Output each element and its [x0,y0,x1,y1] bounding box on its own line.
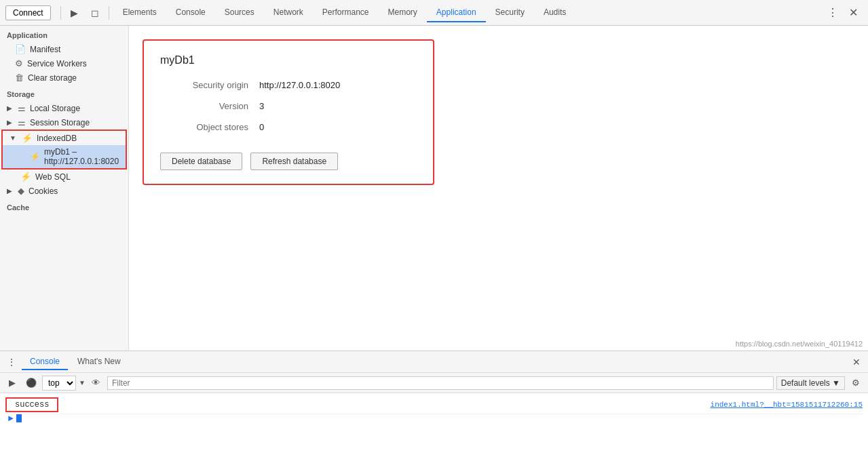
eye-icon[interactable]: 👁 [88,375,105,391]
version-value: 3 [259,101,264,111]
mydb1-icon: ⚡ [30,152,40,161]
scroll-area: myDb1 Security origin http://127.0.0.1:8… [129,26,868,351]
tab-bar: Elements Console Sources Network Perform… [113,3,822,22]
toolbar-separator [60,6,61,20]
delete-database-button[interactable]: Delete database [160,153,242,170]
object-stores-label: Object stores [160,122,248,132]
cursor-icon[interactable]: ▶ [65,3,84,22]
sidebar-item-service-workers[interactable]: ⚙ Service Workers [0,56,128,71]
websql-icon: ⚡ [20,172,31,182]
console-log-text: success [5,397,711,412]
console-log-row: success index1.html?__hbt=1581511712260:… [5,396,863,414]
context-dropdown-arrow[interactable]: ▼ [79,379,86,386]
indexeddb-label: IndexedDB [37,134,77,143]
local-storage-arrow-icon: ▶ [7,104,12,112]
tab-sources[interactable]: Sources [215,3,264,22]
manifest-label: Manifest [30,45,60,54]
object-stores-value: 0 [259,122,264,132]
sidebar-item-indexeddb[interactable]: ▼ ⚡ IndexedDB [3,131,126,145]
console-prompt-icon: ► [8,414,14,424]
console-menu-icon[interactable]: ⋮ [3,353,20,371]
sidebar-item-clear-storage[interactable]: 🗑 Clear storage [0,71,128,85]
main-content: myDb1 Security origin http://127.0.0.1:8… [129,26,868,351]
security-origin-value: http://127.0.0.1:8020 [259,80,340,90]
console-tab-bar: ⋮ Console What's New ✕ [0,351,868,373]
clear-storage-label: Clear storage [28,73,77,83]
db-info-panel: myDb1 Security origin http://127.0.0.1:8… [143,39,434,185]
clear-storage-icon: 🗑 [15,73,24,83]
version-row: Version 3 [160,101,417,111]
tab-overflow-icon[interactable]: ⋮ [823,3,842,22]
levels-select[interactable]: Default levels ▼ [776,376,845,390]
console-settings-icon[interactable]: ⚙ [848,375,864,391]
tab-network[interactable]: Network [264,3,313,22]
filter-input[interactable] [107,376,774,390]
sidebar-item-session-storage[interactable]: ▶ ⚌ Session Storage [0,115,128,129]
mydb1-label: myDb1 – http://127.0.0.1:8020 [44,147,120,166]
security-origin-row: Security origin http://127.0.0.1:8020 [160,80,417,90]
session-storage-label: Session Storage [30,118,90,127]
session-storage-arrow-icon: ▶ [7,119,12,126]
tab-audits[interactable]: Audits [534,3,575,22]
sidebar-item-websql[interactable]: ⚡ Web SQL [0,169,128,184]
success-text: success [15,400,49,410]
console-output: success index1.html?__hbt=1581511712260:… [0,393,868,459]
refresh-database-button[interactable]: Refresh database [250,153,338,170]
object-stores-row: Object stores 0 [160,122,417,132]
indexeddb-arrow-icon: ▼ [10,134,16,142]
console-tab-console[interactable]: Console [22,354,68,370]
tab-console[interactable]: Console [166,3,215,22]
service-workers-label: Service Workers [27,59,87,68]
local-storage-grid-icon: ⚌ [18,103,26,113]
devtools-close-button[interactable]: ✕ [844,3,863,22]
security-origin-label: Security origin [160,80,248,90]
console-toolbar: ▶ ⚫ top ▼ 👁 Default levels ▼ ⚙ [0,373,868,393]
cookies-icon: ◆ [18,186,24,196]
db-action-buttons: Delete database Refresh database [160,146,417,170]
sidebar-item-cookies[interactable]: ▶ ◆ Cookies [0,184,128,198]
cache-section-label: Cache [0,198,128,214]
success-box: success [5,397,58,412]
toolbar-separator2 [109,6,109,20]
manifest-icon: 📄 [15,44,26,54]
device-icon[interactable]: ◻ [86,3,105,22]
levels-label: Default levels [781,378,830,388]
connect-button[interactable]: Connect [5,5,51,20]
console-area: ⋮ Console What's New ✕ ▶ ⚫ top ▼ 👁 Defau… [0,351,868,459]
local-storage-label: Local Storage [30,104,80,113]
cookies-arrow-icon: ▶ [7,187,12,195]
context-select[interactable]: top [42,376,76,391]
sidebar-item-local-storage[interactable]: ▶ ⚌ Local Storage [0,101,128,115]
tab-elements[interactable]: Elements [113,3,166,22]
console-cursor [16,414,22,422]
watermark: https://blog.csdn.net/weixin_40119412 [736,340,863,348]
console-cursor-row: ► [5,414,863,422]
application-section-label: Application [0,26,128,42]
cookies-label: Cookies [29,186,58,196]
main-layout: Application 📄 Manifest ⚙ Service Workers… [0,26,868,459]
session-storage-grid-icon: ⚌ [18,117,26,127]
tab-application[interactable]: Application [427,3,486,22]
devtools-body: Application 📄 Manifest ⚙ Service Workers… [0,26,868,351]
ban-icon[interactable]: ⚫ [23,375,39,391]
console-close-button[interactable]: ✕ [848,353,865,371]
db-title: myDb1 [160,54,417,66]
top-toolbar: Connect ▶ ◻ Elements Console Sources Net… [0,0,868,26]
sidebar-item-mydb1[interactable]: ⚡ myDb1 – http://127.0.0.1:8020 [3,145,126,168]
tab-memory[interactable]: Memory [379,3,427,22]
tab-security[interactable]: Security [486,3,534,22]
sidebar: Application 📄 Manifest ⚙ Service Workers… [0,26,129,351]
indexeddb-group: ▼ ⚡ IndexedDB ⚡ myDb1 – http://127.0.0.1… [1,129,127,169]
version-label: Version [160,101,248,111]
indexeddb-icon: ⚡ [22,133,33,143]
tab-performance[interactable]: Performance [313,3,379,22]
console-tab-whats-new[interactable]: What's New [69,354,129,370]
levels-arrow-icon: ▼ [832,378,840,388]
websql-label: Web SQL [35,172,71,182]
service-workers-icon: ⚙ [15,58,23,68]
run-icon[interactable]: ▶ [4,375,20,391]
storage-section-label: Storage [0,85,128,101]
sidebar-item-manifest[interactable]: 📄 Manifest [0,42,128,56]
console-log-source[interactable]: index1.html?__hbt=1581511712260:15 [711,401,863,409]
